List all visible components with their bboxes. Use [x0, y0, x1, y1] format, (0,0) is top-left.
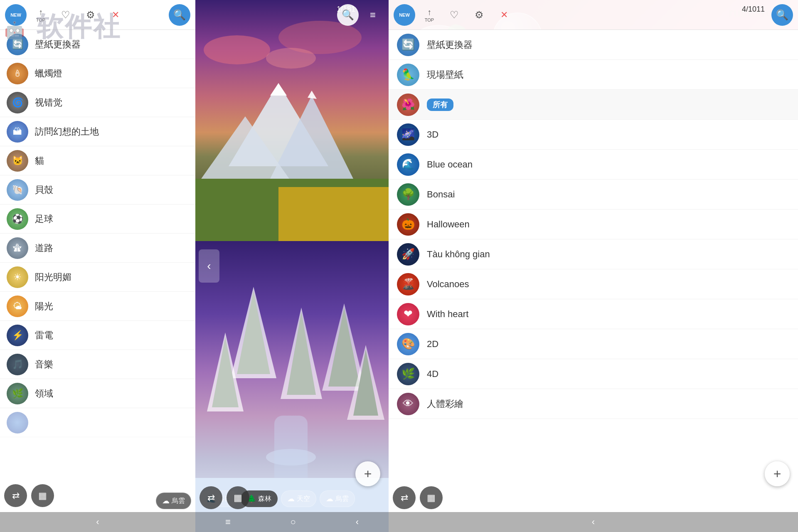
- chip-cloud[interactable]: ☁ 烏雲: [320, 490, 355, 507]
- menu-item-shell[interactable]: 🐚 貝殼: [0, 175, 195, 204]
- menu-item-wallpaper-changer[interactable]: 🔄 壁紙更換器: [0, 30, 195, 59]
- sun-icon: 🌤: [7, 296, 28, 317]
- cat-item-4d[interactable]: 🌿 4D: [389, 359, 798, 389]
- back-button[interactable]: ‹: [88, 513, 107, 531]
- chip-sky[interactable]: ☁ 天空: [281, 490, 316, 507]
- sunny-icon: ☀: [7, 266, 28, 288]
- cat-item-blue-ocean[interactable]: 🌊 Blue ocean: [389, 150, 798, 180]
- home-button-center[interactable]: ○: [282, 513, 304, 531]
- menu-item-road[interactable]: 🛣 道路: [0, 234, 195, 263]
- gallery-button-right[interactable]: ▦: [420, 486, 443, 509]
- cat-label: 3D: [427, 129, 438, 140]
- cat-item-all[interactable]: 🌺 所有: [389, 90, 798, 120]
- plus-icon: +: [364, 466, 372, 482]
- menu-item-soccer[interactable]: ⚽ 足球: [0, 204, 195, 234]
- cat-icon-heart: ❤: [397, 303, 419, 325]
- top-button-right[interactable]: ↑ TOP: [419, 4, 440, 26]
- add-button-right[interactable]: +: [765, 461, 790, 486]
- topbar-center: 🔍 ≡: [195, 0, 389, 30]
- svg-point-8: [266, 48, 316, 69]
- menu-item-cat[interactable]: 🐱 貓: [0, 146, 195, 175]
- menu-label: 領域: [35, 387, 53, 400]
- cat-icon: 🐱: [7, 150, 28, 172]
- shuffle-button-center[interactable]: ⇄: [200, 486, 222, 509]
- menu-item-more[interactable]: [0, 408, 195, 437]
- gallery-button[interactable]: ▦: [31, 484, 54, 507]
- gear-icon: ⚙: [475, 9, 484, 21]
- lightning-icon: ⚡: [7, 325, 28, 346]
- bottom-left-buttons: ⇄ ▦: [4, 484, 54, 507]
- cat-label: 人體彩繪: [427, 398, 463, 410]
- cat-icon-live: 🦜: [397, 64, 419, 86]
- menu-button-center[interactable]: ≡: [362, 4, 384, 26]
- add-button-center[interactable]: +: [355, 461, 380, 486]
- search-button-center[interactable]: 🔍: [337, 4, 359, 26]
- nav-arrow-left[interactable]: ‹: [199, 249, 219, 283]
- back-button-right-sys[interactable]: ‹: [584, 513, 603, 531]
- fantasy-icon: 🏔: [7, 121, 28, 143]
- settings-button[interactable]: ⚙: [80, 4, 101, 26]
- search-button[interactable]: 🔍: [169, 4, 190, 26]
- heart-button-right[interactable]: ♡: [443, 4, 465, 26]
- heart-icon: ♡: [61, 9, 70, 21]
- cat-item-volcanoes[interactable]: 🌋 Volcanoes: [389, 269, 798, 299]
- plus-icon: +: [773, 466, 781, 482]
- cloud-chip[interactable]: ☁ 烏雲: [156, 493, 191, 509]
- menu-icon: ≡: [370, 9, 376, 21]
- cat-label: Blue ocean: [427, 159, 473, 170]
- menu-item-sun[interactable]: 🌤 陽光: [0, 292, 195, 321]
- settings-button-right[interactable]: ⚙: [468, 4, 490, 26]
- cat-item-live[interactable]: 🦜 現場壁紙: [389, 60, 798, 90]
- close-button-right[interactable]: ✕: [493, 4, 515, 26]
- bottom-left-center: ⇄ ▦: [200, 486, 249, 509]
- menu-label: 蠟燭燈: [35, 67, 62, 80]
- cat-item-space[interactable]: 🚀 Tàu không gian: [389, 239, 798, 269]
- heart-button[interactable]: ♡: [55, 4, 76, 26]
- wallpaper-svg: [195, 0, 389, 532]
- top-button[interactable]: ↑ TOP: [30, 4, 52, 26]
- cat-item-3d[interactable]: 🌌 3D: [389, 120, 798, 150]
- menu-item-candle[interactable]: 🕯 蠟燭燈: [0, 59, 195, 88]
- gear-icon: ⚙: [86, 9, 95, 21]
- cat-label: 現場壁紙: [427, 69, 463, 81]
- cat-item-wallpaper-changer[interactable]: 🔄 壁紙更換器: [389, 30, 798, 60]
- menu-label: 道路: [35, 242, 53, 254]
- cat-label: Volcanoes: [427, 279, 469, 290]
- close-button[interactable]: ✕: [105, 4, 126, 26]
- back-button-center[interactable]: ≡: [217, 513, 239, 531]
- soccer-icon: ⚽: [7, 208, 28, 230]
- wallpaper-background: [195, 0, 389, 532]
- cat-item-bonsai[interactable]: 🌳 Bonsai: [389, 180, 798, 209]
- optical-icon: 🌀: [7, 92, 28, 113]
- new-button-right[interactable]: NEW: [394, 4, 415, 26]
- cat-item-2d[interactable]: 🎨 2D: [389, 329, 798, 359]
- gallery-icon: ▦: [427, 493, 436, 503]
- topbar-left: NEW ↑ TOP ♡ ⚙ ✕ 🔍: [0, 0, 195, 30]
- counter-right: 4/1011: [742, 5, 765, 14]
- menu-item-optical[interactable]: 🌀 视错觉: [0, 88, 195, 117]
- menu-item-sunny[interactable]: ☀ 阳光明媚: [0, 263, 195, 292]
- shuffle-icon: ⇄: [12, 490, 20, 501]
- gallery-button-center[interactable]: ▦: [227, 486, 249, 509]
- shuffle-button[interactable]: ⇄: [4, 484, 27, 507]
- search-button-right[interactable]: 🔍: [771, 4, 793, 26]
- new-button[interactable]: NEW: [5, 4, 27, 26]
- menu-item-lightning[interactable]: ⚡ 雷電: [0, 321, 195, 350]
- menu-item-fantasy[interactable]: 🏔 訪問幻想的土地: [0, 117, 195, 146]
- gallery-icon: ▦: [234, 493, 242, 503]
- cat-icon-2d: 🎨: [397, 333, 419, 355]
- menu-item-music[interactable]: 🎵 音樂: [0, 350, 195, 379]
- cat-label: Tàu không gian: [427, 249, 490, 260]
- cat-item-body-art[interactable]: 👁 人體彩繪: [389, 389, 798, 419]
- shuffle-icon: ⇄: [207, 493, 215, 503]
- svg-rect-10: [278, 187, 389, 241]
- menu-item-domain[interactable]: 🌿 領域: [0, 379, 195, 408]
- cat-item-halloween[interactable]: 🎃 Halloween: [389, 209, 798, 239]
- recents-button-center[interactable]: ‹: [347, 513, 367, 531]
- heart-icon: ♡: [450, 9, 459, 21]
- menu-label: 音樂: [35, 358, 53, 371]
- chevron-left-icon: ‹: [207, 259, 211, 273]
- cat-item-heart[interactable]: ❤ With heart: [389, 299, 798, 329]
- shuffle-button-right[interactable]: ⇄: [393, 486, 416, 509]
- shuffle-icon: ⇄: [401, 493, 408, 503]
